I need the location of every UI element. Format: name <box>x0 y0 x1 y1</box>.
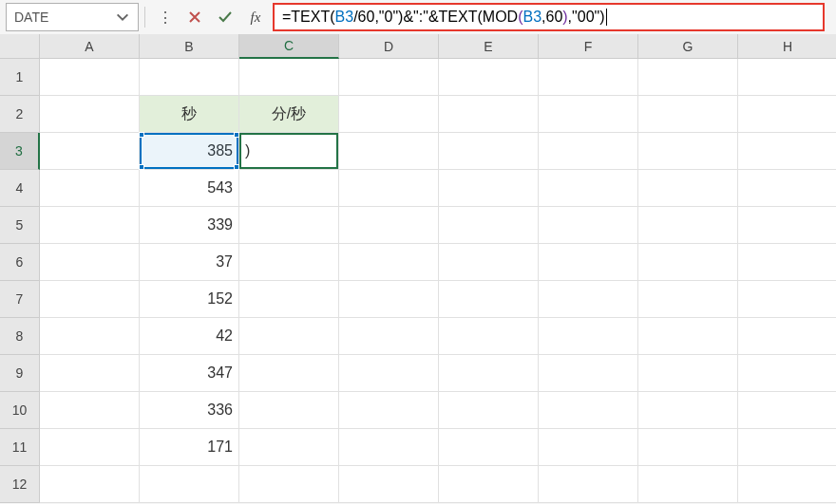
cell-g10[interactable] <box>638 392 738 429</box>
cell-f4[interactable] <box>539 170 638 207</box>
cell-d2[interactable] <box>339 96 439 133</box>
cell-h9[interactable] <box>738 355 836 392</box>
cell-e4[interactable] <box>439 170 539 207</box>
cell-g4[interactable] <box>638 170 738 207</box>
cell-a2[interactable] <box>40 96 140 133</box>
cell-b5[interactable]: 339 <box>140 207 239 244</box>
cell-f10[interactable] <box>539 392 638 429</box>
row-header-8[interactable]: 8 <box>0 318 40 355</box>
name-box[interactable]: DATE <box>6 3 139 31</box>
cell-b6[interactable]: 37 <box>140 244 239 281</box>
cell-c6[interactable] <box>239 244 339 281</box>
cell-h10[interactable] <box>738 392 836 429</box>
row-header-7[interactable]: 7 <box>0 281 40 318</box>
column-header-d[interactable]: D <box>339 34 439 59</box>
cell-b3[interactable]: 385 <box>140 133 239 170</box>
cell-c10[interactable] <box>239 392 339 429</box>
cell-h5[interactable] <box>738 207 836 244</box>
formula-bar[interactable]: =TEXT(B3/60,"0")&":"&TEXT(MOD(B3,60),"00… <box>273 3 825 31</box>
cell-h3[interactable] <box>738 133 836 170</box>
cell-f12[interactable] <box>539 466 638 503</box>
column-header-a[interactable]: A <box>40 34 140 59</box>
cell-f2[interactable] <box>539 96 638 133</box>
more-options-button[interactable]: ⋮ <box>151 4 178 30</box>
cell-c8[interactable] <box>239 318 339 355</box>
row-header-3[interactable]: 3 <box>0 133 40 170</box>
cell-a5[interactable] <box>40 207 140 244</box>
cell-e12[interactable] <box>439 466 539 503</box>
cell-b8[interactable]: 42 <box>140 318 239 355</box>
cell-d12[interactable] <box>339 466 439 503</box>
cell-d6[interactable] <box>339 244 439 281</box>
row-header-9[interactable]: 9 <box>0 355 40 392</box>
cell-g5[interactable] <box>638 207 738 244</box>
cell-d4[interactable] <box>339 170 439 207</box>
cell-c11[interactable] <box>239 429 339 466</box>
column-header-g[interactable]: G <box>638 34 738 59</box>
cell-h7[interactable] <box>738 281 836 318</box>
cell-g7[interactable] <box>638 281 738 318</box>
cell-h8[interactable] <box>738 318 836 355</box>
row-header-6[interactable]: 6 <box>0 244 40 281</box>
cell-f8[interactable] <box>539 318 638 355</box>
enter-button[interactable] <box>212 4 238 30</box>
select-all-corner[interactable] <box>0 34 40 59</box>
cell-b10[interactable]: 336 <box>140 392 239 429</box>
cell-a6[interactable] <box>40 244 140 281</box>
cell-g11[interactable] <box>638 429 738 466</box>
cell-f7[interactable] <box>539 281 638 318</box>
cell-b2[interactable]: 秒 <box>140 96 239 133</box>
cell-b9[interactable]: 347 <box>140 355 239 392</box>
cell-e8[interactable] <box>439 318 539 355</box>
cell-d8[interactable] <box>339 318 439 355</box>
cell-e9[interactable] <box>439 355 539 392</box>
cell-d10[interactable] <box>339 392 439 429</box>
cell-a4[interactable] <box>40 170 140 207</box>
cell-g3[interactable] <box>638 133 738 170</box>
cell-c3[interactable]: ) <box>239 133 339 170</box>
cell-e7[interactable] <box>439 281 539 318</box>
cell-e5[interactable] <box>439 207 539 244</box>
cell-f9[interactable] <box>539 355 638 392</box>
cell-g6[interactable] <box>638 244 738 281</box>
cell-d7[interactable] <box>339 281 439 318</box>
cell-b11[interactable]: 171 <box>140 429 239 466</box>
cell-c5[interactable] <box>239 207 339 244</box>
cell-e3[interactable] <box>439 133 539 170</box>
cell-g2[interactable] <box>638 96 738 133</box>
cell-a3[interactable] <box>40 133 140 170</box>
cell-c7[interactable] <box>239 281 339 318</box>
cell-c4[interactable] <box>239 170 339 207</box>
column-header-c[interactable]: C <box>239 34 339 59</box>
cell-d5[interactable] <box>339 207 439 244</box>
chevron-down-icon[interactable] <box>115 9 130 25</box>
cell-e11[interactable] <box>439 429 539 466</box>
cancel-button[interactable] <box>181 4 208 30</box>
row-header-5[interactable]: 5 <box>0 207 40 244</box>
cell-c9[interactable] <box>239 355 339 392</box>
cell-d9[interactable] <box>339 355 439 392</box>
cell-b12[interactable] <box>140 466 239 503</box>
cell-h2[interactable] <box>738 96 836 133</box>
cell-f3[interactable] <box>539 133 638 170</box>
cell-h4[interactable] <box>738 170 836 207</box>
row-header-12[interactable]: 12 <box>0 466 40 503</box>
column-header-e[interactable]: E <box>439 34 539 59</box>
column-header-h[interactable]: H <box>738 34 836 59</box>
cell-a10[interactable] <box>40 392 140 429</box>
cell-f11[interactable] <box>539 429 638 466</box>
insert-function-button[interactable]: fx <box>242 4 269 30</box>
cell-e6[interactable] <box>439 244 539 281</box>
row-header-1[interactable]: 1 <box>0 59 40 96</box>
cell-b7[interactable]: 152 <box>140 281 239 318</box>
cell-f5[interactable] <box>539 207 638 244</box>
cell-c2[interactable]: 分/秒 <box>239 96 339 133</box>
cell-g9[interactable] <box>638 355 738 392</box>
cell-g8[interactable] <box>638 318 738 355</box>
cell-a7[interactable] <box>40 281 140 318</box>
cell-e10[interactable] <box>439 392 539 429</box>
cell-d1[interactable] <box>339 59 439 96</box>
cell-a8[interactable] <box>40 318 140 355</box>
column-header-b[interactable]: B <box>140 34 239 59</box>
cell-f1[interactable] <box>539 59 638 96</box>
